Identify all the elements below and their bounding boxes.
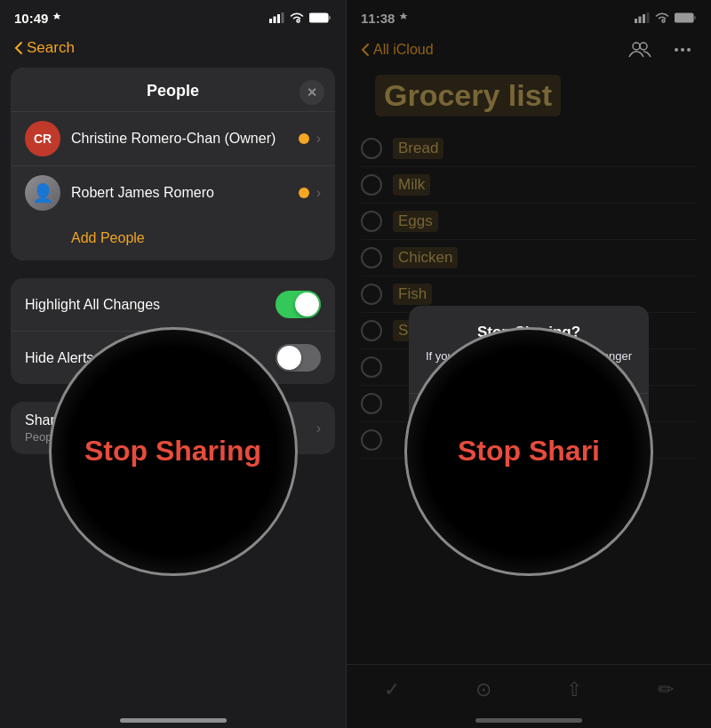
left-phone: 10:49 Search People ✕ CR Christi xyxy=(0,0,347,728)
person2-name: Robert James Romero xyxy=(71,185,299,201)
people-title: People xyxy=(147,82,199,100)
left-status-icons xyxy=(269,12,332,23)
owner-row[interactable]: CR Christine Romero-Chan (Owner) › xyxy=(11,111,335,165)
person2-chevron: › xyxy=(316,185,321,201)
right-stop-sharing-circle: Stop Shari xyxy=(404,327,653,576)
left-stop-sharing-text: Stop Sharing xyxy=(84,435,261,468)
right-stop-sharing-text: Stop Shari xyxy=(458,435,600,468)
highlight-toggle[interactable] xyxy=(276,291,321,318)
person2-row[interactable]: 👤 Robert James Romero › xyxy=(11,165,335,220)
left-nav-bar: Search xyxy=(0,32,346,68)
owner-avatar: CR xyxy=(25,121,60,156)
left-back-button[interactable]: Search xyxy=(14,39,75,57)
people-close-button[interactable]: ✕ xyxy=(300,80,324,105)
owner-status-dot xyxy=(299,133,309,144)
svg-rect-3 xyxy=(282,12,284,23)
people-modal: People ✕ CR Christine Romero-Chan (Owner… xyxy=(11,68,335,260)
owner-name: Christine Romero-Chan (Owner) xyxy=(71,131,299,147)
highlight-label: Highlight All Changes xyxy=(25,297,276,313)
left-home-indicator xyxy=(120,718,227,723)
hide-alerts-toggle[interactable] xyxy=(276,344,321,372)
svg-rect-6 xyxy=(311,15,326,21)
svg-rect-2 xyxy=(277,14,280,23)
svg-rect-5 xyxy=(329,16,331,20)
left-status-bar: 10:49 xyxy=(0,0,346,32)
right-phone: 11:38 All iCloud xyxy=(347,0,711,728)
svg-rect-1 xyxy=(274,17,276,24)
highlight-all-row: Highlight All Changes xyxy=(11,278,335,332)
toggle-knob-2 xyxy=(277,346,301,370)
person2-status-dot xyxy=(299,188,309,198)
owner-chevron: › xyxy=(316,131,321,147)
svg-rect-0 xyxy=(269,19,272,23)
person2-avatar: 👤 xyxy=(25,175,60,211)
toggle-knob xyxy=(295,292,319,316)
left-stop-sharing-circle: Stop Sharing xyxy=(49,327,298,576)
add-people-button[interactable]: Add People xyxy=(11,220,335,260)
left-time: 10:49 xyxy=(14,11,62,26)
people-modal-header: People ✕ xyxy=(11,82,335,111)
share-options-chevron: › xyxy=(316,420,321,436)
